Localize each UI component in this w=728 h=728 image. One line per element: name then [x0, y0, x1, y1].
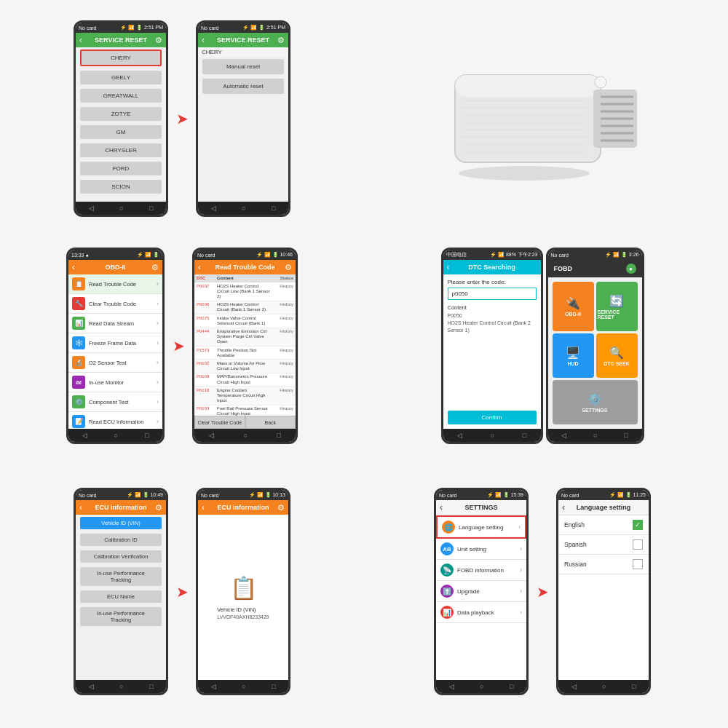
obd-o2-sensor[interactable]: 🔬 O2 Sensor Test › — [68, 353, 162, 373]
nav-home-5[interactable]: ○ — [491, 432, 494, 439]
obd-inuse-monitor[interactable]: iM In-use Monitor › — [68, 373, 162, 392]
nav-apps-3[interactable]: □ — [145, 432, 149, 439]
dtc-code-input[interactable]: p0050 — [448, 288, 537, 300]
ecu-inuse-tracking2[interactable]: In-use Performance Tracking — [80, 607, 162, 626]
fobd-settings-label: SETTINGS — [582, 408, 607, 413]
ecu-vin[interactable]: Vehicle ID (VIN) — [80, 517, 162, 529]
fobd-settings-cell[interactable]: ⚙️ SETTINGS — [553, 380, 638, 424]
menu-gm[interactable]: GM — [80, 125, 162, 139]
nav-home-9[interactable]: ○ — [480, 683, 483, 690]
menu-chrysler[interactable]: CHRYSLER — [80, 143, 162, 157]
nav-apps-7[interactable]: □ — [149, 683, 153, 690]
back-icon-8: ‹ — [202, 502, 205, 513]
lang-english-checkbox[interactable]: ✓ — [633, 520, 643, 530]
nav-home-7[interactable]: ○ — [119, 683, 123, 690]
lang-russian-checkbox[interactable] — [633, 559, 643, 569]
ecu-name[interactable]: ECU Name — [80, 590, 162, 603]
nav-back-1[interactable]: ◁ — [89, 205, 94, 212]
settings-upgrade[interactable]: ⬆️ Upgrade › — [436, 581, 526, 602]
back-icon-5: ‹ — [447, 262, 450, 272]
nav-home-10[interactable]: ○ — [602, 683, 606, 690]
back-btn[interactable]: Back — [245, 416, 296, 429]
nav-home-2[interactable]: ○ — [242, 205, 245, 212]
fobd-obd2-cell[interactable]: 🔌 OBD-II — [553, 282, 594, 331]
fobd-dtcseek-icon: 🔍 — [609, 346, 624, 360]
lang-spanish-checkbox[interactable] — [633, 539, 643, 550]
nav-apps-2[interactable]: □ — [272, 205, 275, 212]
back-icon-2: ‹ — [202, 35, 205, 45]
obd-component-test[interactable]: ⚙️ Component Test › — [68, 392, 162, 412]
nav-home-1[interactable]: ○ — [119, 205, 123, 212]
ecu-inuse-tracking1[interactable]: In-use Performance Tracking — [80, 567, 162, 586]
clear-trouble-btn[interactable]: Clear Trouble Code — [194, 416, 245, 429]
obd-clear-trouble[interactable]: 🔧 Clear Trouble Code › — [68, 294, 162, 314]
freeze-frame-icon: ❄️ — [72, 336, 85, 349]
lang-spanish[interactable]: Spanish — [558, 535, 649, 555]
fobd-dtcseek-cell[interactable]: 🔍 DTC SEEK — [596, 333, 638, 378]
nav-home-4[interactable]: ○ — [244, 432, 248, 439]
read-trouble-icon: 📋 — [72, 277, 85, 290]
rtc-bottom-bar: Clear Trouble Code Back — [194, 416, 296, 429]
nav-back-9[interactable]: ◁ — [449, 683, 454, 690]
upgrade-label: Upgrade — [457, 588, 520, 595]
nav-home-6[interactable]: ○ — [593, 432, 597, 439]
dtc-confirm-button[interactable]: Confirm — [448, 411, 537, 424]
fobd-service-reset-cell[interactable]: 🔄 SERVICE RESET — [596, 282, 638, 331]
settings-language[interactable]: 🌐 Language setting › — [436, 515, 526, 539]
device-image-section — [364, 6, 721, 232]
nav-apps-10[interactable]: □ — [632, 683, 636, 690]
menu-ford[interactable]: FORD — [80, 162, 162, 175]
settings-unit[interactable]: AB Unit setting › — [436, 539, 526, 560]
menu-greatwall[interactable]: GREATWALL — [80, 89, 162, 103]
service-reset-phone1: No card ⚡ 📶 🔋 2:51 PM ‹ SERVICE RESET ⚙ … — [74, 20, 168, 217]
obd-read-stream[interactable]: 📊 Read Data Stream › — [68, 314, 162, 333]
nav-back-2[interactable]: ◁ — [211, 205, 216, 212]
menu-zotye[interactable]: ZOTYE — [80, 107, 162, 121]
nav-back-4[interactable]: ◁ — [209, 432, 214, 439]
menu-scion[interactable]: SCION — [80, 180, 162, 194]
nav-back-3[interactable]: ◁ — [82, 432, 87, 439]
nav-apps-8[interactable]: □ — [272, 683, 275, 690]
settings-fobd[interactable]: 📡 FOBD information › — [436, 560, 526, 581]
fobd-dtcseek-label: DTC SEEK — [604, 361, 629, 366]
nav-back-10[interactable]: ◁ — [571, 683, 577, 690]
ecu-calibration-verification[interactable]: Calibration Verification — [80, 550, 162, 563]
menu-chery[interactable]: CHERY — [80, 50, 162, 66]
obd-read-ecu[interactable]: 📝 Read ECU Information › — [68, 412, 162, 429]
back-icon-9: ‹ — [440, 502, 443, 513]
o2-sensor-icon: 🔬 — [72, 356, 85, 369]
chevron-8: › — [157, 418, 159, 425]
fobd-obd2-label: OBD-II — [565, 312, 581, 317]
nav-back-8[interactable]: ◁ — [211, 683, 216, 690]
service-reset-body1: CHERY GEELY GREATWALL ZOTYE GM CHRYSLER … — [76, 47, 166, 202]
lang-english[interactable]: English ✓ — [558, 515, 649, 535]
nav-back-5[interactable]: ◁ — [457, 432, 462, 439]
ecu-calibration-id[interactable]: Calibration ID — [80, 534, 162, 546]
obd-freeze-frame[interactable]: ❄️ Freeze Frame Data › — [68, 333, 162, 353]
nav-home-8[interactable]: ○ — [242, 683, 245, 690]
menu-geely[interactable]: GEELY — [80, 71, 162, 84]
nav-apps-5[interactable]: □ — [523, 432, 526, 439]
ecu-detail-title: ECU information — [218, 504, 269, 511]
status-bar-1: No card ⚡ 📶 🔋 2:51 PM — [76, 23, 166, 33]
nav-apps-1[interactable]: □ — [149, 205, 153, 212]
lang-russian[interactable]: Russian — [558, 555, 649, 574]
nav-home-3[interactable]: ○ — [114, 432, 118, 439]
nav-bar-7: ◁ ○ □ — [76, 680, 166, 693]
fobd-hud-icon: 🖥️ — [566, 346, 580, 360]
status-bar-5: 中国电信 ⚡ 📶 88% 下午2:23 — [443, 250, 541, 260]
obd-device-wrapper — [440, 31, 644, 206]
fobd-hud-cell[interactable]: 🖥️ HUD — [553, 333, 594, 378]
manual-reset[interactable]: Manual reset — [202, 59, 284, 74]
nav-apps-6[interactable]: □ — [625, 432, 628, 439]
settings-data-playback[interactable]: 📊 Data playback › — [436, 602, 526, 623]
obd-read-trouble[interactable]: 📋 Read Trouble Code › — [68, 274, 162, 294]
automatic-reset[interactable]: Automatic reset — [202, 79, 284, 94]
nav-apps-9[interactable]: □ — [510, 683, 513, 690]
language-phone: No card ⚡ 📶 🔋 11:25 ‹ Language setting E… — [556, 488, 651, 695]
clear-trouble-icon: 🔧 — [72, 297, 85, 310]
nav-back-7[interactable]: ◁ — [89, 683, 94, 690]
nav-apps-4[interactable]: □ — [277, 432, 280, 439]
fobd-obd2-icon: 🔌 — [566, 296, 580, 310]
nav-back-6[interactable]: ◁ — [561, 432, 566, 439]
